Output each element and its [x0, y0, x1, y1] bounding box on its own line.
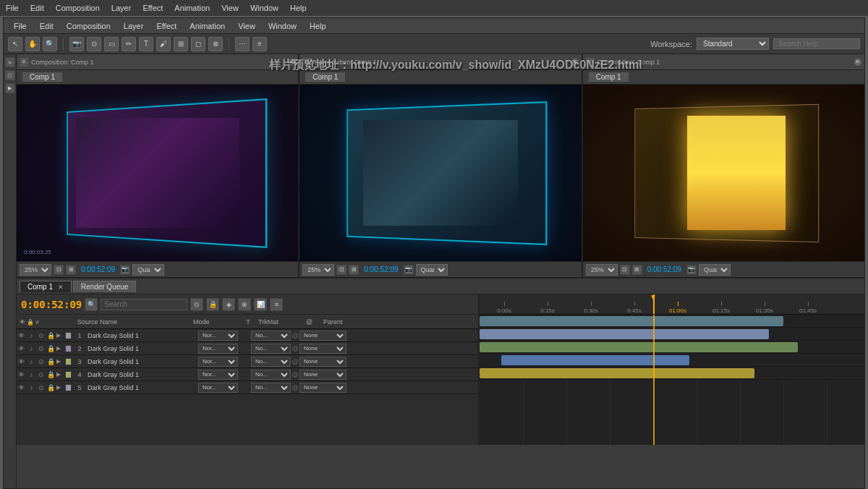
timeline-collapse[interactable]: ≡	[270, 298, 283, 311]
os-menu-animation[interactable]: Animation	[174, 4, 210, 12]
comp-panel-2-close[interactable]: ✕	[571, 59, 579, 66]
comp-panel-2-quality[interactable]: QuarterHalfFull	[416, 264, 448, 276]
timeline-flow[interactable]: ⊗	[238, 298, 251, 311]
layer-row-3[interactable]: 👁 ♪ ⊙ 🔒 ▶ 3 Dark Gray Solid 1 Nor...	[17, 355, 478, 368]
layer-2-audio[interactable]: ♪	[27, 344, 36, 354]
layer-5-trkmat-drop[interactable]: No...	[251, 383, 291, 393]
tool-camera[interactable]: 📷	[69, 37, 84, 51]
layer-5-eye[interactable]: 👁	[17, 383, 26, 393]
menu-view[interactable]: View	[232, 20, 261, 32]
layer-2-parent-drop[interactable]: None	[299, 344, 346, 354]
layer-4-solo[interactable]: ⊙	[36, 370, 46, 380]
comp-panel-1-fit[interactable]: ⊡	[54, 265, 64, 275]
layer-4-expand[interactable]: ▶	[56, 371, 63, 378]
panel-3-menu-btn[interactable]: ≡	[586, 58, 595, 67]
layer-3-expand[interactable]: ▶	[56, 358, 63, 365]
search-help-input[interactable]	[773, 38, 860, 49]
os-menu-layer[interactable]: Layer	[111, 4, 132, 12]
tool-puppet[interactable]: ⊗	[208, 37, 223, 51]
layer-row-2[interactable]: 👁 ♪ ⊙ 🔒 ▶ 2 Dark Gray Solid 1 Nor...	[17, 342, 478, 355]
comp-panel-2-zoom[interactable]: 25%50%100%	[302, 264, 334, 276]
layer-row-5[interactable]: 👁 ♪ ⊙ 🔒 ▶ 5 Dark Gray Solid 1 Nor...	[17, 381, 478, 394]
comp-panel-2-cam[interactable]: 📷	[404, 265, 414, 275]
layer-5-parent-drop[interactable]: None	[299, 383, 346, 393]
timeline-markers[interactable]: ◈	[222, 298, 235, 311]
layer-2-eye[interactable]: 👁	[17, 344, 26, 354]
tab-render-queue[interactable]: Render Queue	[73, 281, 137, 292]
menu-help[interactable]: Help	[304, 20, 332, 32]
tool-hand[interactable]: ✋	[25, 37, 40, 51]
layer-4-trkmat-drop[interactable]: No...	[251, 370, 291, 380]
layer-4-parent-drop[interactable]: None	[299, 370, 346, 380]
layer-2-solo[interactable]: ⊙	[36, 344, 46, 354]
comp-panel-3-close[interactable]: ✕	[854, 59, 861, 66]
layer-2-expand[interactable]: ▶	[56, 345, 63, 352]
playhead-indicator[interactable]	[653, 294, 655, 314]
tool-brush[interactable]: 🖌	[156, 37, 171, 51]
layer-5-solo[interactable]: ⊙	[36, 383, 46, 393]
os-menu-help[interactable]: Help	[290, 4, 307, 12]
tool-text[interactable]: T	[139, 37, 153, 51]
tab-comp1-close[interactable]: ✕	[58, 284, 64, 291]
os-menu-edit[interactable]: Edit	[30, 4, 44, 12]
menu-composition[interactable]: Composition	[61, 20, 116, 32]
os-menu-window[interactable]: Window	[250, 4, 278, 12]
layer-3-solo[interactable]: ⊙	[36, 357, 46, 367]
layer-1-mode-drop[interactable]: Nor...	[198, 331, 238, 341]
os-menu-file[interactable]: File	[6, 4, 19, 12]
comp-panel-3-tab[interactable]: Comp 1	[589, 72, 629, 82]
layer-5-audio[interactable]: ♪	[27, 383, 36, 393]
comp-panel-3-quality[interactable]: QuarterHalfFull	[699, 264, 731, 276]
comp-panel-3-zoom[interactable]: 25%50%100%	[586, 264, 618, 276]
menu-edit[interactable]: Edit	[34, 20, 59, 32]
layer-1-expand[interactable]: ▶	[56, 332, 63, 339]
layer-row-1[interactable]: 👁 ♪ ⊙ 🔒 ▶ 1 Dark Gray Solid 1 Nor...	[17, 329, 478, 342]
comp-panel-1-grid[interactable]: ⊞	[66, 265, 76, 275]
comp-panel-2-fit[interactable]: ⊡	[336, 265, 346, 275]
comp-panel-3-fit[interactable]: ⊡	[620, 265, 630, 275]
layer-3-audio[interactable]: ♪	[27, 357, 36, 367]
tool-align[interactable]: ≡	[252, 37, 267, 51]
layer-4-lock[interactable]: 🔒	[46, 370, 56, 380]
timeline-search-toggle[interactable]: 🔍	[85, 298, 98, 311]
os-menu-composition[interactable]: Composition	[56, 4, 100, 12]
menu-file[interactable]: File	[8, 20, 33, 32]
comp-panel-2-tab[interactable]: Comp 1	[305, 72, 345, 82]
layer-4-mode-drop[interactable]: Nor...	[198, 370, 238, 380]
comp-panel-1-cam[interactable]: 📷	[120, 265, 130, 275]
layer-1-parent-drop[interactable]: None	[299, 331, 346, 341]
tab-comp1[interactable]: Comp 1 ✕	[20, 281, 72, 292]
tool-orbit[interactable]: ⊙	[87, 37, 101, 51]
timeline-search-input[interactable]	[101, 299, 187, 310]
tool-pen[interactable]: ✏	[122, 37, 136, 51]
comp-panel-3-cam[interactable]: 📷	[686, 265, 697, 275]
comp-panel-2-grid[interactable]: ⊞	[349, 265, 359, 275]
comp-panel-1-close[interactable]: ✕	[288, 59, 295, 66]
layer-3-parent-drop[interactable]: None	[299, 357, 346, 367]
tool-clone[interactable]: ⊞	[174, 37, 188, 51]
comp-panel-1-tab[interactable]: Comp 1	[22, 72, 62, 82]
sidebar-btn-3[interactable]: ▶	[5, 83, 15, 93]
layer-1-audio[interactable]: ♪	[27, 331, 36, 341]
panel-2-menu-btn[interactable]: ≡	[302, 58, 311, 67]
layer-1-solo[interactable]: ⊙	[36, 331, 46, 341]
layer-3-trkmat-drop[interactable]: No...	[251, 357, 291, 367]
layer-5-expand[interactable]: ▶	[56, 384, 63, 391]
tool-zoom[interactable]: 🔍	[43, 37, 57, 51]
layer-1-lock[interactable]: 🔒	[46, 331, 56, 341]
layer-row-4[interactable]: 👁 ♪ ⊙ 🔒 ▶ 4 Dark Gray Solid 1 Nor...	[17, 368, 478, 381]
menu-animation[interactable]: Animation	[184, 20, 231, 32]
comp-panel-1-zoom[interactable]: 25%50%100%	[20, 264, 51, 276]
tool-rect[interactable]: ▭	[104, 37, 119, 51]
layer-3-lock[interactable]: 🔒	[46, 357, 56, 367]
timeline-solo[interactable]: ⊙	[190, 298, 203, 311]
comp-panel-3-grid[interactable]: ⊞	[632, 265, 642, 275]
timeline-graph[interactable]: 📊	[254, 298, 267, 311]
menu-layer[interactable]: Layer	[118, 20, 150, 32]
tool-arrow[interactable]: ↖	[8, 37, 22, 51]
tool-snap[interactable]: ⋯	[235, 37, 250, 51]
sidebar-btn-1[interactable]: ≡	[5, 57, 15, 67]
layer-3-eye[interactable]: 👁	[17, 357, 26, 367]
workspace-dropdown[interactable]: Standard Minimal All Panels	[697, 38, 769, 50]
layer-2-lock[interactable]: 🔒	[46, 344, 56, 354]
